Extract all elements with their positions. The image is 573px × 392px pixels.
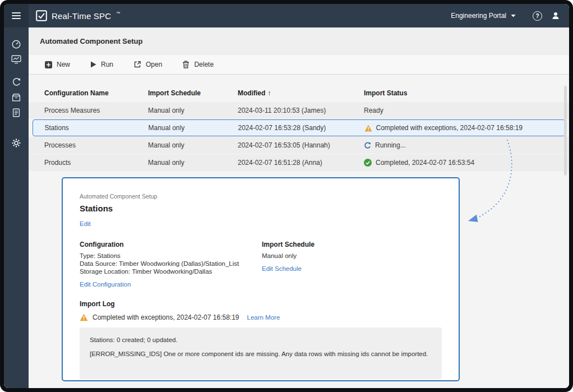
portal-label: Engineering Portal <box>451 12 506 20</box>
topbar-right: Engineering Portal ? <box>451 11 569 21</box>
new-button[interactable]: New <box>45 61 70 68</box>
dashboard-gauge-icon[interactable] <box>8 36 24 52</box>
trash-icon <box>182 61 190 68</box>
breadcrumb: Automated Component Setup <box>80 193 442 200</box>
sidebar <box>4 27 29 388</box>
column-header-modified[interactable]: Modified↑ <box>238 89 364 97</box>
clipboard-icon[interactable] <box>8 105 24 120</box>
import-schedule: Manual only <box>148 159 238 167</box>
column-header-import-status[interactable]: Import Status <box>364 89 569 97</box>
import-log-status-text: Completed with exceptions, 2024-02-07 16… <box>93 313 239 321</box>
import-schedule: Manual only <box>148 141 238 149</box>
import-status: Ready <box>364 107 569 114</box>
topbar: Real-Time SPC ™ Engineering Portal ? <box>4 4 569 27</box>
import-schedule: Manual only <box>149 124 238 132</box>
app-logo-icon <box>36 10 47 21</box>
config-name: Processes <box>44 141 148 149</box>
app-body: Automated Component Setup New <box>4 27 569 388</box>
success-check-icon <box>364 159 372 167</box>
settings-gear-icon[interactable] <box>8 135 24 150</box>
sync-icon[interactable] <box>8 75 24 90</box>
main-content: Automated Component Setup New <box>29 27 569 388</box>
trademark: ™ <box>116 11 120 15</box>
app-surface: Real-Time SPC ™ Engineering Portal ? <box>4 4 569 388</box>
delete-button[interactable]: Delete <box>182 61 214 68</box>
table-header: Configuration Name Import Schedule Modif… <box>29 75 569 102</box>
modified: 2024-02-07 16:51:28 (Anna) <box>238 159 364 167</box>
import-status: Completed with exceptions, 2024-02-07 16… <box>364 124 565 132</box>
import-schedule: Manual only <box>148 107 238 114</box>
column-header-import-schedule[interactable]: Import Schedule <box>148 89 238 97</box>
configuration-type: Type: Stations <box>80 252 262 260</box>
storage-box-icon[interactable] <box>8 90 24 105</box>
page-header: Automated Component Setup <box>29 27 569 54</box>
help-icon[interactable]: ? <box>533 11 542 21</box>
portal-selector[interactable]: Engineering Portal <box>451 12 516 20</box>
brand: Real-Time SPC ™ <box>36 10 120 21</box>
open-external-icon <box>133 61 141 68</box>
import-schedule-value: Manual only <box>262 252 315 260</box>
modified: 2024-02-07 16:53:05 (Hannah) <box>238 141 364 149</box>
hamburger-menu-button[interactable] <box>4 4 29 27</box>
config-name: Stations <box>45 124 149 132</box>
log-line: [ERROR_MISSING_IDS] One or more componen… <box>90 351 432 357</box>
open-button[interactable]: Open <box>133 61 162 68</box>
table-row[interactable]: Process Measures Manual only 2024-03-11 … <box>29 102 569 119</box>
edit-configuration-link[interactable]: Edit Configuration <box>80 281 131 288</box>
configuration-data-source: Data Source: Timber Woodworking (Dallas)… <box>80 260 262 268</box>
configuration-heading: Configuration <box>80 241 262 248</box>
chevron-down-icon <box>511 14 516 17</box>
column-header-configuration-name[interactable]: Configuration Name <box>44 89 148 97</box>
play-icon <box>90 61 96 68</box>
config-name: Products <box>44 159 148 167</box>
warning-icon <box>364 124 372 132</box>
page-title: Automated Component Setup <box>40 37 142 45</box>
configuration-section: Configuration Type: Stations Data Source… <box>80 241 262 289</box>
detail-panel: Automated Component Setup Stations Edit … <box>62 177 460 381</box>
table-row-selected[interactable]: Stations Manual only 2024-02-07 16:53:28… <box>33 119 565 136</box>
import-schedule-heading: Import Schedule <box>262 241 315 248</box>
edit-schedule-link[interactable]: Edit Schedule <box>262 265 302 272</box>
import-log-output: Stations: 0 created; 0 updated. [ERROR_M… <box>80 328 442 379</box>
warning-icon <box>80 313 88 321</box>
import-schedule-section: Import Schedule Manual only Edit Schedul… <box>262 241 315 289</box>
user-account-icon[interactable] <box>551 11 560 20</box>
chart-monitor-icon[interactable] <box>8 52 24 67</box>
running-refresh-icon <box>364 142 371 149</box>
import-log-status-line: Completed with exceptions, 2024-02-07 16… <box>80 313 442 321</box>
learn-more-link[interactable]: Learn More <box>247 314 280 321</box>
detail-title: Stations <box>80 204 442 213</box>
modified: 2024-02-07 16:53:28 (Sandy) <box>238 124 364 132</box>
import-log-heading: Import Log <box>80 300 442 308</box>
edit-link[interactable]: Edit <box>80 220 91 227</box>
log-line: Stations: 0 created; 0 updated. <box>90 336 432 343</box>
configuration-storage-location: Storage Location: Timber Woodworking/Dal… <box>80 268 262 275</box>
detail-columns: Configuration Type: Stations Data Source… <box>80 241 442 289</box>
vertical-scrollbar-thumb[interactable] <box>564 86 567 176</box>
toolbar: New Run <box>29 54 569 75</box>
sort-ascending-icon: ↑ <box>267 89 271 97</box>
app-window: Real-Time SPC ™ Engineering Portal ? <box>0 0 573 392</box>
config-name: Process Measures <box>44 107 148 114</box>
plus-icon <box>45 61 52 68</box>
run-button[interactable]: Run <box>90 61 113 68</box>
modified: 2024-03-11 20:10:53 (James) <box>238 107 364 114</box>
app-title: Real-Time SPC <box>52 11 111 21</box>
